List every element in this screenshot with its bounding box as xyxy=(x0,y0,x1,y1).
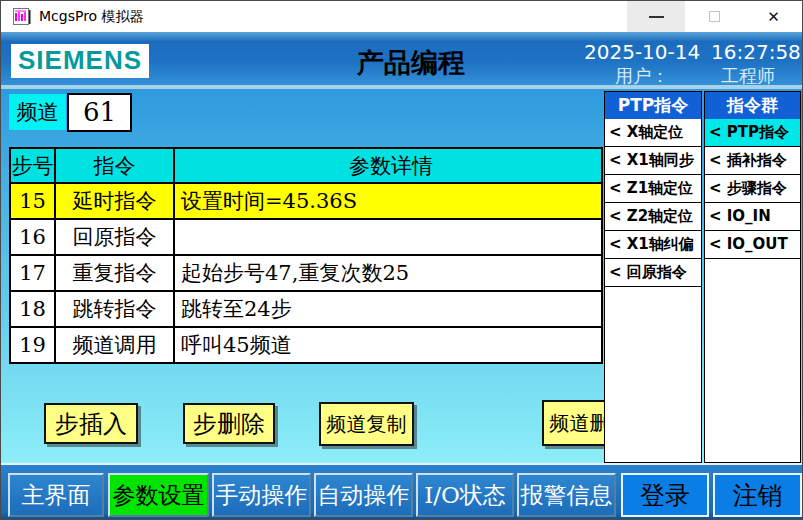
page-title: 产品编程 xyxy=(251,45,571,81)
list-item-selected[interactable]: < PTP指令 xyxy=(705,119,800,147)
step-delete-button[interactable]: 步删除 xyxy=(183,403,275,444)
detail-cell: 呼叫45频道 xyxy=(174,327,602,363)
step-cell: 19 xyxy=(10,327,55,363)
nav-io-status[interactable]: I/O状态 xyxy=(416,473,514,517)
close-icon: ✕ xyxy=(767,8,780,26)
col-cmd: 指令 xyxy=(55,148,174,183)
list-item[interactable]: < X1轴同步 xyxy=(605,147,701,175)
detail-cell: 设置时间=45.36S xyxy=(174,183,602,219)
step-cell: 16 xyxy=(10,219,55,255)
maximize-button[interactable] xyxy=(685,1,743,32)
list-item[interactable]: < X1轴纠偏 xyxy=(605,231,701,259)
login-button[interactable]: 登录 xyxy=(621,473,709,517)
app-icon xyxy=(13,8,31,26)
list-item[interactable]: < IO_OUT xyxy=(705,231,800,259)
ptp-list-header: PTP指令 xyxy=(605,92,701,119)
nav-parameter-settings-active[interactable]: 参数设置 xyxy=(108,473,209,517)
cmd-cell: 跳转指令 xyxy=(55,291,174,327)
table-row[interactable]: 15 延时指令 设置时间=45.36S xyxy=(10,183,602,219)
table-row[interactable]: 19 频道调用 呼叫45频道 xyxy=(10,327,602,363)
step-cell: 15 xyxy=(10,183,55,219)
date-display: 2025-10-14 xyxy=(584,40,704,64)
table-row[interactable]: 16 回原指令 xyxy=(10,219,602,255)
title-bar: McgsPro 模拟器 ✕ xyxy=(1,1,802,32)
list-item[interactable]: < X轴定位 xyxy=(605,119,701,147)
cmd-cell: 频道调用 xyxy=(55,327,174,363)
step-insert-button[interactable]: 步插入 xyxy=(44,403,138,444)
time-display: 16:27:58 xyxy=(711,40,803,64)
step-cell: 18 xyxy=(10,291,55,327)
detail-cell: 跳转至24步 xyxy=(174,291,602,327)
user-value: 工程师 xyxy=(721,64,775,88)
cmd-cell: 延时指令 xyxy=(55,183,174,219)
nav-main-screen[interactable]: 主界面 xyxy=(8,473,104,517)
detail-cell: 起始步号47,重复次数25 xyxy=(174,255,602,291)
channel-copy-button[interactable]: 频道复制 xyxy=(319,402,414,446)
instruction-group-list: 指令群 < PTP指令 < 插补指令 < 步骤指令 < IO_IN < IO_O… xyxy=(704,91,801,463)
cmd-cell: 重复指令 xyxy=(55,255,174,291)
minimize-icon xyxy=(649,16,664,18)
close-button[interactable]: ✕ xyxy=(743,1,803,32)
list-item[interactable]: < IO_IN xyxy=(705,203,800,231)
step-cell: 17 xyxy=(10,255,55,291)
minimize-button[interactable] xyxy=(627,1,685,32)
group-list-header: 指令群 xyxy=(705,92,800,119)
ptp-instruction-list: PTP指令 < X轴定位 < X1轴同步 < Z1轴定位 < Z2轴定位 < X… xyxy=(604,91,702,463)
maximize-icon xyxy=(709,11,720,22)
channel-label: 频道 xyxy=(9,94,66,130)
cmd-cell: 回原指令 xyxy=(55,219,174,255)
list-item[interactable]: < 回原指令 xyxy=(605,259,701,287)
list-item[interactable]: < Z1轴定位 xyxy=(605,175,701,203)
table-row[interactable]: 18 跳转指令 跳转至24步 xyxy=(10,291,602,327)
col-step: 步号 xyxy=(10,148,55,183)
nav-auto-operation[interactable]: 自动操作 xyxy=(314,473,413,517)
list-item[interactable]: < Z2轴定位 xyxy=(605,203,701,231)
bottom-nav-bar: 主界面 参数设置 手动操作 自动操作 I/O状态 报警信息 登录 注销 xyxy=(1,463,802,520)
nav-manual-operation[interactable]: 手动操作 xyxy=(212,473,311,517)
header-banner: SIEMENS 产品编程 2025-10-14 16:27:58 用户： 工程师 xyxy=(1,32,802,89)
col-detail: 参数详情 xyxy=(174,148,602,183)
window-title: McgsPro 模拟器 xyxy=(39,1,144,32)
logout-button[interactable]: 注销 xyxy=(713,473,802,517)
table-row[interactable]: 17 重复指令 起始步号47,重复次数25 xyxy=(10,255,602,291)
nav-alarm-info[interactable]: 报警信息 xyxy=(517,473,616,517)
detail-cell xyxy=(174,219,602,255)
siemens-logo: SIEMENS xyxy=(11,44,149,78)
steps-header-row: 步号 指令 参数详情 xyxy=(10,148,602,183)
user-label: 用户： xyxy=(615,64,669,88)
app-window: McgsPro 模拟器 ✕ SIEMENS 产品编程 2025-10-14 16… xyxy=(0,0,803,520)
steps-table: 步号 指令 参数详情 15 延时指令 设置时间=45.36S 16 回原指令 1… xyxy=(9,147,603,364)
channel-input[interactable]: 61 xyxy=(67,93,132,132)
list-item[interactable]: < 插补指令 xyxy=(705,147,800,175)
list-item[interactable]: < 步骤指令 xyxy=(705,175,800,203)
